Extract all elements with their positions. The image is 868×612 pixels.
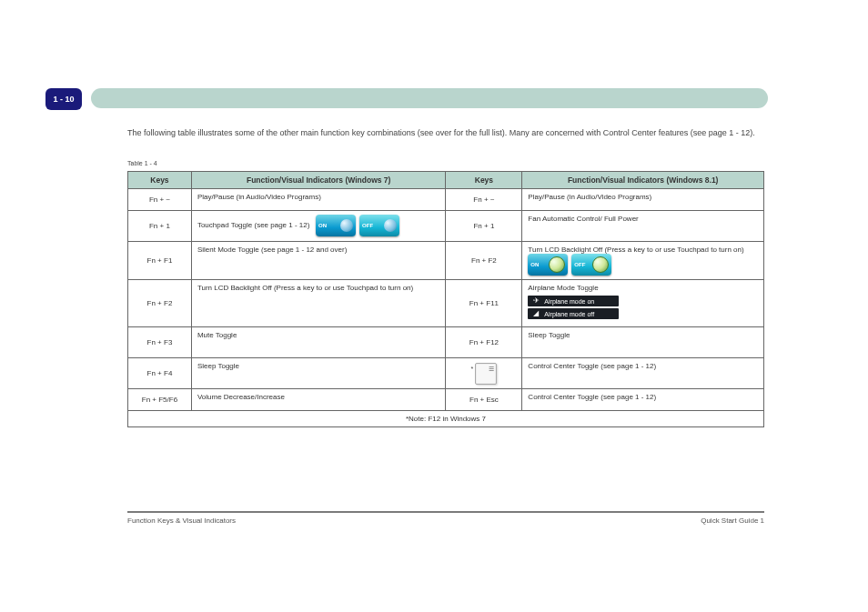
table-row: Fn + F5/F6 Volume Decrease/Increase Fn +… (128, 389, 764, 411)
intro-text: The following table illustrates some of … (127, 127, 764, 139)
table-row: Fn + 1 Touchpad Toggle (see page 1 - 12)… (128, 211, 764, 242)
cell-key: Fn + F4 (128, 358, 192, 389)
cell-icon-key: Fn + Esc (446, 389, 522, 411)
page-number-badge: 1 - 10 (45, 88, 82, 110)
cell-fn81-text: Airplane Mode Toggle (528, 284, 598, 292)
th-keys-right: Keys (446, 172, 522, 189)
cell-fn81: Turn LCD Backlight Off (Press a key to o… (522, 242, 764, 280)
table-number-note: Table 1 - 4 (127, 160, 157, 166)
cell-fn7: Silent Mode Toggle (see page 1 - 12 and … (191, 242, 446, 280)
cell-key: Fn + F2 (128, 280, 192, 327)
cell-fn7: Volume Decrease/Increase (191, 389, 446, 411)
footer-divider (127, 511, 764, 513)
cell-fn7: Touchpad Toggle (see page 1 - 12) ON OFF (191, 211, 446, 242)
cell-key: Fn + F5/F6 (128, 389, 192, 411)
table-footnote: *Note: F12 in Windows 7 (128, 411, 764, 427)
menu-key-icon: ☰ (475, 363, 497, 385)
cell-key: Fn + 1 (128, 211, 192, 242)
airplane-mode-badges: ✈ Airplane mode on ◢ Airplane mode off (528, 296, 758, 319)
page-footer: Function Keys & Visual Indicators Quick … (127, 517, 764, 525)
footer-title-left: Function Keys & Visual Indicators (127, 517, 236, 525)
table-row: Fn + F3 Mute Toggle Fn + F12 Sleep Toggl… (128, 327, 764, 358)
table-row: Fn + F1 Silent Mode Toggle (see page 1 -… (128, 242, 764, 280)
cell-fn81: Fan Automatic Control/ Full Power (522, 211, 764, 242)
table-row: Fn + F4 Sleep Toggle * ☰ Control Center … (128, 358, 764, 389)
intro-line-1: The following table illustrates some of … (127, 128, 584, 137)
cell-fn7: Play/Pause (in Audio/Video Programs) (191, 189, 446, 211)
airplane-mode-on-badge: ✈ Airplane mode on (528, 296, 619, 306)
section-header-bar (91, 88, 768, 108)
intro-line-2: with Control Center features (see page 1… (586, 128, 755, 137)
function-keys-table: Keys Function/Visual Indicators (Windows… (127, 171, 764, 427)
cell-fn81: Play/Pause (in Audio/Video Programs) (522, 189, 764, 211)
cell-fn7-text: Touchpad Toggle (see page 1 - 12) (197, 221, 310, 229)
cell-fn81: Airplane Mode Toggle ✈ Airplane mode on … (522, 280, 764, 327)
cell-key: Fn + F3 (128, 327, 192, 358)
airplane-icon: ✈ (531, 297, 540, 305)
touchpad-on-icon: ON (316, 215, 356, 236)
cell-icon-key: Fn + F11 (446, 280, 522, 327)
th-fn-win7: Function/Visual Indicators (Windows 7) (191, 172, 446, 189)
cell-fn81: Control Center Toggle (see page 1 - 12) (522, 389, 764, 411)
cell-icon-key: Fn + 1 (446, 211, 522, 242)
cell-icon-key-note: * (470, 366, 473, 372)
globe-toggle-icons: ON OFF (528, 254, 611, 276)
airplane-on-label: Airplane mode on (544, 298, 594, 305)
cell-fn7: Turn LCD Backlight Off (Press a key to o… (191, 280, 446, 327)
airplane-mode-off-badge: ◢ Airplane mode off (528, 308, 619, 319)
globe-on-icon: ON (528, 254, 568, 276)
cell-icon-key: Fn + F12 (446, 327, 522, 358)
cell-key: Fn + ~ (128, 189, 192, 211)
touchpad-toggle-icons: ON OFF (316, 215, 399, 236)
globe-off-icon: OFF (571, 254, 611, 276)
cell-fn7: Sleep Toggle (191, 358, 446, 389)
airplane-off-label: Airplane mode off (544, 311, 594, 317)
cell-icon-key: Fn + F2 (446, 242, 522, 280)
cell-fn81-text: Turn LCD Backlight Off (Press a key to o… (528, 246, 743, 254)
table-row: Fn + F2 Turn LCD Backlight Off (Press a … (128, 280, 764, 327)
table-row: Fn + ~ Play/Pause (in Audio/Video Progra… (128, 189, 764, 211)
cell-icon-key: * ☰ (446, 358, 522, 389)
signal-icon: ◢ (531, 310, 540, 317)
cell-key: Fn + F1 (128, 242, 192, 280)
touchpad-off-icon: OFF (359, 215, 399, 236)
table-footer-row: *Note: F12 in Windows 7 (128, 411, 764, 427)
cell-icon-key: Fn + ~ (446, 189, 522, 211)
table-header-row: Keys Function/Visual Indicators (Windows… (128, 172, 764, 189)
footer-title-right: Quick Start Guide 1 (701, 517, 764, 525)
th-keys-left: Keys (128, 172, 192, 189)
cell-fn81: Sleep Toggle (522, 327, 764, 358)
cell-fn81: Control Center Toggle (see page 1 - 12) (522, 358, 764, 389)
th-fn-win81: Function/Visual Indicators (Windows 8.1) (522, 172, 764, 189)
cell-fn7: Mute Toggle (191, 327, 446, 358)
